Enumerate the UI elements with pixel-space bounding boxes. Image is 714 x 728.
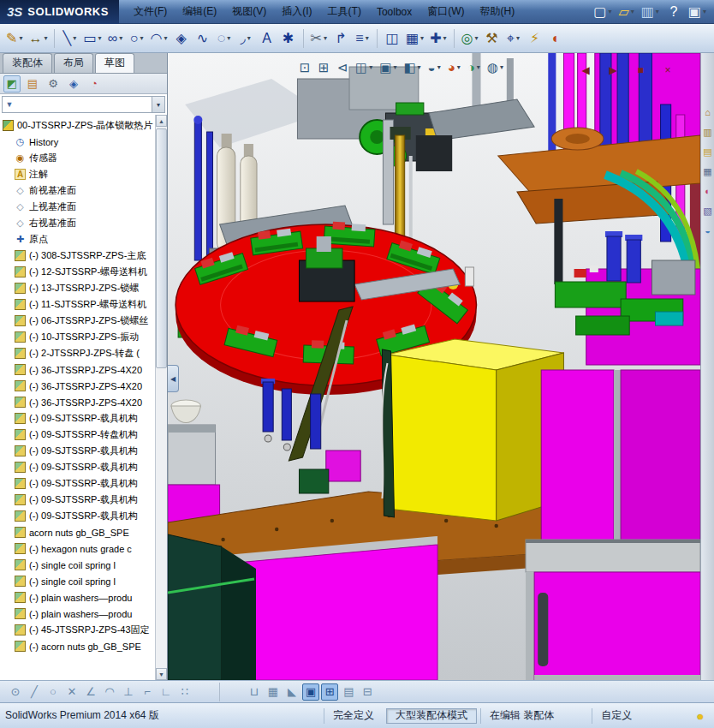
dimxpertmanager-tab[interactable]: ◈ — [65, 75, 82, 92]
straight-slot-button-dropdown[interactable]: ▾ — [119, 34, 122, 42]
scrollbar-thumb[interactable] — [156, 128, 167, 368]
viewport-maximize-button[interactable]: ■ — [630, 58, 651, 82]
open-document-button[interactable]: ▱▾ — [616, 0, 636, 24]
offset-entities-button[interactable]: ≡▾ — [352, 27, 372, 51]
table-view-button[interactable]: ▤ — [340, 683, 357, 701]
ellipse-button-dropdown[interactable]: ▾ — [227, 34, 230, 42]
tree-item-component[interactable]: (-) 12-SJTSSRP-螺母送料机 — [3, 264, 155, 280]
view-palette-icon[interactable]: ▦ — [703, 167, 711, 176]
angle-snap-button[interactable]: ∠ — [82, 683, 99, 701]
tree-item-annotations[interactable]: A注解 — [3, 166, 155, 182]
viewport-close-button[interactable]: × — [657, 58, 678, 82]
tab-sketch[interactable]: 草图 — [95, 53, 134, 73]
tree-item-component[interactable]: (-) 09-SJTSSRP-载具机构 — [3, 475, 155, 492]
linear-sketch-pattern-button[interactable]: ▦▾ — [403, 27, 426, 51]
tree-item-component[interactable]: (-) 09-SJTSSRP-载具机构 — [3, 410, 155, 427]
point-snap-button[interactable]: ⊙ — [7, 683, 24, 701]
tab-layout[interactable]: 布局 — [54, 53, 93, 73]
zoom-to-fit-button[interactable]: ⊡ — [296, 57, 313, 76]
open-document-button-dropdown[interactable]: ▾ — [631, 8, 634, 15]
tree-item-component[interactable]: (-) plain washers—produ — [3, 589, 155, 606]
hide-show-items-button-dropdown[interactable]: ▾ — [437, 63, 441, 71]
tree-item-component[interactable]: (-) 36-JTSSRPJ-ZPS-4X20 — [3, 361, 155, 378]
filter-dropdown-button[interactable]: ▾ — [152, 97, 164, 112]
slot-snap-button[interactable]: ⊔ — [246, 683, 263, 701]
save-button-dropdown[interactable]: ▾ — [656, 8, 659, 15]
tree-item-component[interactable]: acorn nuts gb_GB_SPE — [3, 524, 155, 540]
straight-slot-button[interactable]: ∞▾ — [105, 27, 126, 51]
mirror-entities-button[interactable]: ◫ — [382, 27, 402, 51]
tree-item-component[interactable]: (-) 2-JTSSRPJ-ZPS-转盘 ( — [3, 345, 155, 361]
shaded-with-edges-toggle[interactable]: ▣ — [302, 683, 319, 701]
menu-help[interactable]: 帮助(H) — [473, 0, 523, 23]
configurationmanager-tab[interactable]: ⚙ — [45, 75, 62, 92]
triangle-snap-button[interactable]: ◣ — [283, 683, 300, 701]
tree-item-plane[interactable]: ◇上视基准面 — [3, 199, 155, 215]
point-button[interactable]: ✱ — [278, 27, 299, 51]
menu-view[interactable]: 视图(V) — [224, 0, 274, 23]
quick-snaps-button-dropdown[interactable]: ▾ — [516, 34, 520, 42]
smart-dimension-button-dropdown[interactable]: ▾ — [44, 34, 47, 42]
tab-assembly[interactable]: 装配体 — [3, 53, 52, 73]
tree-item-component[interactable]: (-) 308-SJTSSRP-ZPS-主底 — [3, 248, 155, 264]
circle-button[interactable]: ○▾ — [127, 27, 147, 51]
window-button-dropdown[interactable]: ▾ — [703, 8, 706, 15]
tree-item-component[interactable]: (-) 36-JTSSRPJ-ZPS-4X20 — [3, 378, 155, 394]
spline-button[interactable]: ∿ — [193, 27, 213, 51]
centerpoint-arc-button-dropdown[interactable]: ▾ — [164, 34, 168, 42]
sketch-button[interactable]: ✎▾ — [3, 27, 25, 51]
design-library-icon[interactable]: ▥ — [703, 128, 711, 137]
quick-snaps-button[interactable]: ⌖▾ — [503, 27, 524, 51]
forum-icon[interactable]: ◒ — [705, 226, 711, 236]
display-relations-button[interactable]: ◎▾ — [459, 27, 481, 51]
linear-sketch-pattern-button-dropdown[interactable]: ▾ — [420, 34, 424, 42]
columns-view-button[interactable]: ⊟ — [359, 683, 376, 701]
tree-scrollbar[interactable]: ▲ ▼ — [155, 115, 167, 680]
new-document-button[interactable]: ▢▾ — [591, 0, 614, 24]
menu-insert[interactable]: 插入(I) — [274, 0, 319, 23]
centerpoint-arc-button[interactable]: ◠▾ — [148, 27, 170, 51]
display-style-button[interactable]: ◧▾ — [401, 57, 423, 76]
new-document-button-dropdown[interactable]: ▾ — [608, 8, 611, 15]
arc-snap-button[interactable]: ◠ — [101, 683, 118, 701]
tree-item-component[interactable]: (-) 09-SJTSSRP-载具机构 — [3, 459, 155, 475]
instant2d-button[interactable]: ◐ — [546, 27, 567, 51]
tree-item-component[interactable]: (-) 09-SJTSSRP-载具机构 — [3, 492, 155, 508]
circle-snap-button[interactable]: ○ — [45, 683, 62, 701]
grid-dots-snap-button[interactable]: ∷ — [176, 683, 193, 701]
menu-tools[interactable]: 工具(T) — [320, 0, 369, 23]
view-orientation-button[interactable]: ▣▾ — [377, 57, 399, 76]
ellipse-button[interactable]: ◌▾ — [214, 27, 235, 51]
tree-item-component[interactable]: (-) 06-JTSSRPJ-ZPS-锁螺丝 — [3, 313, 155, 329]
help-button[interactable]: ? — [663, 0, 684, 24]
sketch-fillet-button-dropdown[interactable]: ▾ — [247, 34, 251, 42]
line-button[interactable]: ╲▾ — [59, 27, 80, 51]
sketch-fillet-button[interactable]: ◞▾ — [235, 27, 256, 51]
custom-properties-icon[interactable]: ▧ — [703, 206, 711, 216]
tree-item-component[interactable]: (-) acorn nuts gb_GB_SPE — [3, 638, 155, 654]
trim-entities-button[interactable]: ✂▾ — [308, 27, 330, 51]
circle-button-dropdown[interactable]: ▾ — [140, 34, 143, 42]
tree-item-component[interactable]: (-) single coil spring l — [3, 573, 155, 589]
apply-scene-button[interactable]: ◑▾ — [465, 57, 483, 76]
view-settings-button[interactable]: ◍▾ — [485, 57, 506, 76]
view-orientation-button-dropdown[interactable]: ▾ — [393, 63, 396, 71]
apply-scene-button-dropdown[interactable]: ▾ — [477, 63, 480, 71]
panel-collapse-arrow[interactable]: ◀ — [168, 365, 179, 392]
quick-tips-icon[interactable]: ● — [697, 709, 704, 723]
previous-view-button[interactable]: ⊲ — [334, 57, 351, 76]
perpendicular-snap-button[interactable]: ⊥ — [120, 683, 137, 701]
scrollbar-track[interactable] — [156, 127, 167, 668]
3d-assembly-scene[interactable] — [168, 53, 700, 680]
offset-entities-button-dropdown[interactable]: ▾ — [366, 34, 369, 42]
tree-item-plane[interactable]: ◇右视基准面 — [3, 215, 155, 231]
edit-appearance-button[interactable]: ◕▾ — [445, 57, 463, 76]
hide-show-items-button[interactable]: ◒▾ — [425, 57, 443, 76]
scroll-down-button[interactable]: ▼ — [156, 668, 167, 680]
view-settings-button-dropdown[interactable]: ▾ — [500, 63, 503, 71]
tree-item-origin[interactable]: ✚原点 — [3, 231, 155, 248]
tree-item-history[interactable]: ◷History — [3, 134, 155, 150]
window-button[interactable]: ▣▾ — [686, 0, 709, 24]
smart-dimension-button[interactable]: ↔▾ — [26, 27, 50, 51]
file-explorer-icon[interactable]: ▤ — [703, 147, 711, 157]
